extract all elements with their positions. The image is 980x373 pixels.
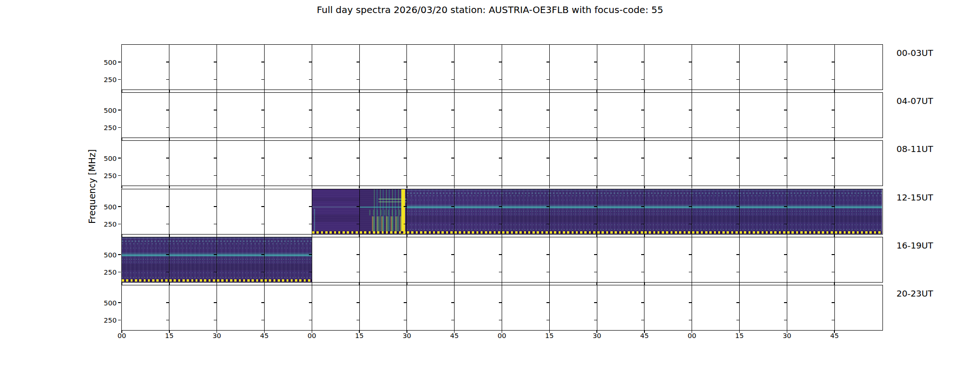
x-tick (406, 90, 407, 92)
x-tick (692, 330, 692, 333)
x-tick-label: 45 (820, 332, 848, 340)
spectrogram-cell-empty (406, 141, 454, 186)
spectrogram-cell-empty (834, 285, 882, 330)
x-tick (406, 330, 407, 333)
spectrogram-row-00-03ut (121, 44, 883, 90)
spectrogram-cell-empty (264, 93, 312, 138)
y-tick (404, 62, 406, 62)
y-tick (214, 206, 217, 207)
x-tick (169, 138, 169, 140)
y-tick (404, 158, 406, 159)
y-tick (357, 224, 359, 225)
y-tick (166, 175, 169, 176)
x-tick (169, 330, 169, 333)
y-tick (546, 320, 549, 321)
y-tick (451, 127, 454, 128)
x-tick (217, 282, 217, 285)
y-tick (736, 254, 739, 255)
spectrogram-cell-empty (644, 45, 692, 90)
x-tick (549, 282, 550, 285)
y-tick (546, 254, 549, 255)
row-label: 00-03UT (896, 48, 933, 58)
y-tick (118, 254, 121, 255)
y-tick (214, 272, 217, 273)
row-label: 12-15UT (896, 193, 933, 203)
spectrogram-cell-empty (739, 93, 787, 138)
y-tick (214, 79, 217, 80)
x-tick (739, 138, 740, 140)
x-tick (502, 234, 502, 237)
figure-title: Full day spectra 2026/03/20 station: AUS… (0, 4, 980, 15)
y-tick (309, 272, 312, 273)
y-tick (261, 302, 264, 303)
spectrogram-cell-empty (122, 285, 169, 330)
y-tick (118, 206, 121, 207)
spectrogram-cell-data (217, 237, 264, 282)
y-tick (451, 62, 454, 62)
y-tick (832, 302, 834, 303)
x-tick-label: 00 (298, 332, 326, 340)
y-tick (784, 110, 787, 111)
spectrogram-cell-empty (502, 141, 549, 186)
spectrogram-cell-empty (359, 93, 407, 138)
y-tick (499, 206, 502, 207)
spectrogram-cell-empty (787, 93, 834, 138)
spectrogram-cell-empty (454, 141, 502, 186)
y-tick (166, 127, 169, 128)
x-tick (596, 282, 597, 285)
x-tick (217, 138, 217, 140)
x-tick (264, 234, 265, 237)
spectrogram-cell-empty (644, 237, 692, 282)
y-tick (736, 127, 739, 128)
x-tick (359, 90, 359, 92)
spectrogram-cell-empty (406, 237, 454, 282)
x-tick (739, 90, 740, 92)
y-tick-label: 250 (70, 124, 117, 132)
y-tick (309, 62, 312, 62)
x-tick (359, 186, 359, 188)
spectrogram-cell-empty (692, 237, 739, 282)
x-tick (739, 282, 740, 285)
y-tick (357, 110, 359, 111)
y-tick (832, 175, 834, 176)
x-tick (169, 90, 169, 92)
x-tick (406, 138, 407, 140)
y-tick (499, 272, 502, 273)
y-tick (451, 79, 454, 80)
x-tick (454, 138, 455, 140)
y-tick (594, 110, 597, 111)
spectrogram-cell-data (597, 189, 644, 234)
y-tick (594, 302, 597, 303)
y-tick (499, 175, 502, 176)
x-tick (834, 138, 834, 140)
y-tick (404, 127, 406, 128)
x-tick (264, 282, 265, 285)
spectrogram-cell-empty (549, 45, 597, 90)
x-tick (787, 138, 787, 140)
x-tick (502, 330, 502, 333)
y-tick (261, 320, 264, 321)
y-tick (689, 175, 692, 176)
y-tick (736, 110, 739, 111)
y-tick-label: 500 (70, 203, 117, 211)
x-tick (359, 282, 359, 285)
x-tick (692, 138, 692, 140)
y-tick (404, 175, 406, 176)
y-tick-label: 500 (70, 154, 117, 163)
x-tick (739, 330, 740, 333)
spectrogram-cell-data (692, 189, 739, 234)
x-tick-label: 15 (155, 332, 183, 340)
spectrogram-cell-empty (264, 141, 312, 186)
y-tick (641, 62, 644, 62)
spectrogram-cell-empty (692, 141, 739, 186)
y-tick (166, 224, 169, 225)
x-tick (549, 330, 550, 333)
x-tick (217, 330, 217, 333)
x-tick-label: 45 (630, 332, 658, 340)
y-tick (689, 224, 692, 225)
x-tick (834, 186, 834, 188)
y-tick (832, 254, 834, 255)
x-tick-label: 30 (583, 332, 611, 340)
y-tick (546, 110, 549, 111)
x-tick (217, 90, 217, 92)
